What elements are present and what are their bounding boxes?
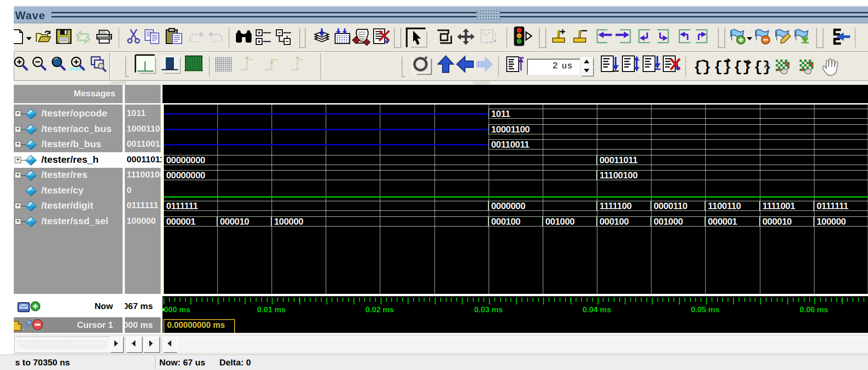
svg-text:{}: {} [754,59,771,76]
svg-text:{}: {} [694,59,711,76]
